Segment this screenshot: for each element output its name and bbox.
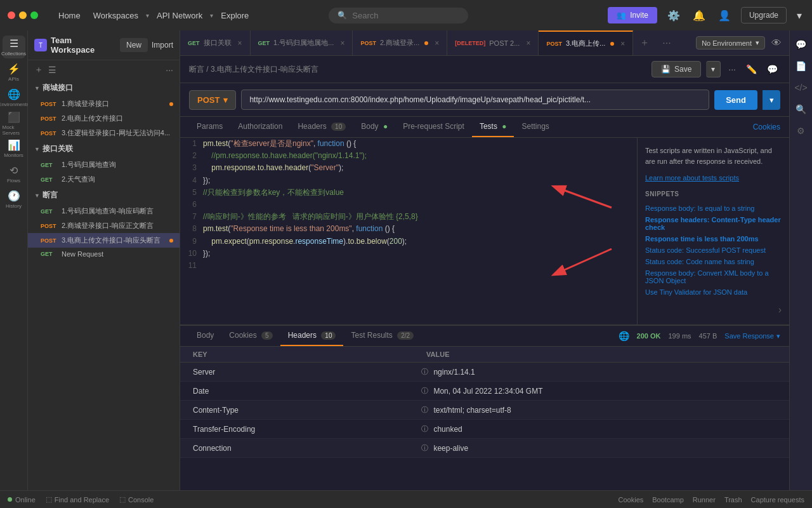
avatar[interactable]: 👤 — [716, 7, 733, 24]
new-tab-button[interactable]: ＋ — [633, 30, 656, 55]
console-button[interactable]: ⬚ Console — [119, 495, 154, 504]
collapse-icon[interactable]: › — [778, 304, 782, 316]
snippet-item[interactable]: Response body: Is equal to a string — [645, 203, 782, 214]
nav-api-network[interactable]: API Network — [152, 8, 207, 23]
cookies-bottom-button[interactable]: Cookies — [619, 496, 644, 504]
notification-icon[interactable]: 🔔 — [690, 7, 708, 24]
sidebar-item-history[interactable]: 🕐 History — [3, 188, 25, 211]
snippet-item[interactable]: Status code: Code name has string — [645, 256, 782, 267]
list-item[interactable]: GET New Request — [28, 248, 180, 260]
documentation-icon[interactable]: 📄 — [792, 57, 810, 75]
capture-requests-button[interactable]: Capture requests — [751, 496, 804, 504]
list-item[interactable]: POST 3.住逻辑登录接口-网址无法访问4... — [28, 126, 180, 140]
cookies-button[interactable]: Cookies — [753, 123, 780, 131]
snippet-item[interactable]: Response body: Convert XML body to a JSO… — [645, 267, 782, 286]
tab-deleted[interactable]: [DELETED] POST 2... × — [447, 30, 539, 55]
comment-icon[interactable]: 💬 — [764, 62, 780, 77]
tab-body[interactable]: Body — [189, 326, 221, 346]
list-icon[interactable]: ☰ — [48, 65, 56, 75]
save-response-button[interactable]: Save Response ▾ — [724, 332, 780, 340]
tab-号码归属地[interactable]: GET 1.号码归属地属地... × — [251, 30, 353, 55]
sidebar-item-monitors[interactable]: 📊 Monitors — [3, 137, 25, 160]
chevron-down-icon[interactable]: ▾ — [794, 7, 804, 24]
more-options-icon[interactable]: ··· — [726, 62, 738, 77]
tab-close-icon[interactable]: × — [526, 39, 530, 48]
tab-cookies[interactable]: Cookies 5 — [221, 326, 280, 346]
sidebar-item-apis[interactable]: ⚡ APIs — [3, 61, 25, 84]
tab-close-icon[interactable]: × — [620, 39, 625, 48]
tab-headers[interactable]: Headers 10 — [280, 326, 344, 346]
tab-params[interactable]: Params — [189, 117, 230, 137]
send-button[interactable]: Send — [714, 90, 757, 110]
code-icon[interactable]: </> — [792, 79, 810, 97]
eye-icon[interactable]: 👁 — [771, 37, 782, 49]
code-editor[interactable]: 1 pm.test("检查server是否是nginx", function (… — [180, 138, 637, 324]
group-header-商城接口[interactable]: ▼ 商城接口 — [28, 79, 180, 97]
bootcamp-button[interactable]: Bootcamp — [652, 496, 684, 504]
list-item[interactable]: GET 2.天气查询 — [28, 172, 180, 187]
sidebar-item-mock-servers[interactable]: ⬛ Mock Servers — [3, 112, 25, 135]
tab-headers[interactable]: Headers 10 — [290, 117, 353, 137]
snippet-item[interactable]: Status code: Successful POST request — [645, 244, 782, 256]
tab-more-icon[interactable]: ··· — [656, 30, 677, 55]
save-button[interactable]: 💾 Save — [652, 61, 701, 77]
snippet-item[interactable]: Use Tiny Validator for JSON data — [645, 286, 782, 298]
nav-home[interactable]: Home — [53, 8, 86, 23]
search-panel-icon[interactable]: 🔍 — [792, 100, 810, 118]
nav-workspaces[interactable]: Workspaces — [88, 8, 143, 23]
tab-close-icon[interactable]: × — [340, 39, 344, 48]
minimize-icon[interactable] — [19, 11, 27, 19]
info-icon[interactable]: ⓘ — [421, 424, 428, 434]
list-item[interactable]: GET 1.号码归属地查询-响应码断言 — [28, 204, 180, 218]
more-options-icon[interactable]: ··· — [166, 65, 173, 75]
list-item[interactable]: POST 2.商城登录接口-响应正文断言 — [28, 218, 180, 233]
close-icon[interactable] — [8, 11, 15, 19]
edit-icon[interactable]: ✏️ — [743, 62, 759, 77]
tab-close-icon[interactable]: × — [435, 39, 439, 48]
tab-pre-request-script[interactable]: Pre-request Script — [395, 117, 472, 137]
learn-more-link[interactable]: Learn more about tests scripts — [645, 174, 739, 182]
info-icon[interactable]: ⓘ — [421, 443, 428, 453]
find-replace-button[interactable]: ⬚ Find and Replace — [46, 495, 109, 504]
tab-settings[interactable]: Settings — [514, 117, 556, 137]
info-icon[interactable]: ⓘ — [421, 405, 428, 415]
tab-接口关联[interactable]: GET 接口关联 × — [180, 30, 251, 55]
search-input[interactable] — [352, 11, 459, 20]
settings-panel-icon[interactable]: ⚙ — [792, 122, 810, 140]
comment-panel-icon[interactable]: 💬 — [792, 36, 810, 53]
environment-select[interactable]: No Environment ▾ — [696, 36, 765, 50]
runner-button[interactable]: Runner — [693, 496, 716, 504]
tab-body[interactable]: Body ● — [353, 117, 395, 137]
url-input[interactable] — [241, 90, 709, 110]
snippet-item[interactable]: Response headers: Content-Type header ch… — [645, 214, 782, 233]
tab-close-icon[interactable]: × — [238, 39, 242, 48]
sidebar-item-flows[interactable]: ⟲ Flows — [3, 163, 25, 185]
tab-test-results[interactable]: Test Results 2/2 — [343, 326, 421, 346]
send-chevron-button[interactable]: ▾ — [763, 90, 780, 110]
invite-button[interactable]: 👥 Invite — [608, 7, 657, 23]
tab-电商上传[interactable]: POST 3.电商上传... × — [539, 30, 633, 55]
snippet-item[interactable]: Response time is less than 200ms — [645, 233, 782, 244]
add-icon[interactable]: ＋ — [34, 64, 43, 76]
tab-商城登录[interactable]: POST 2.商城登录... × — [353, 30, 447, 55]
list-item[interactable]: POST 2.电商上传文件接口 — [28, 111, 180, 126]
maximize-icon[interactable] — [30, 11, 38, 19]
upgrade-button[interactable]: Upgrade — [741, 7, 787, 23]
info-icon[interactable]: ⓘ — [421, 386, 428, 396]
new-button[interactable]: New — [120, 38, 148, 52]
nav-explore[interactable]: Explore — [216, 8, 254, 23]
tab-tests[interactable]: Tests ● — [472, 117, 514, 137]
sidebar-item-environments[interactable]: 🌐 Environments — [3, 86, 25, 109]
group-header-断言[interactable]: ▼ 断言 — [28, 187, 180, 204]
group-header-接口关联[interactable]: ▼ 接口关联 — [28, 140, 180, 157]
info-icon[interactable]: ⓘ — [421, 367, 428, 377]
tab-authorization[interactable]: Authorization — [230, 117, 290, 137]
trash-button[interactable]: Trash — [724, 496, 742, 504]
settings-icon[interactable]: ⚙️ — [665, 7, 683, 24]
list-item[interactable]: POST 1.商城登录接口 — [28, 97, 180, 111]
save-chevron-button[interactable]: ▾ — [706, 61, 721, 77]
sidebar-item-collections[interactable]: ☰ Collections — [3, 36, 25, 58]
search-bar[interactable]: 🔍 — [329, 8, 468, 23]
method-select[interactable]: POST ▾ — [189, 90, 236, 110]
list-item[interactable]: GET 1.号码归属地查询 — [28, 157, 180, 172]
